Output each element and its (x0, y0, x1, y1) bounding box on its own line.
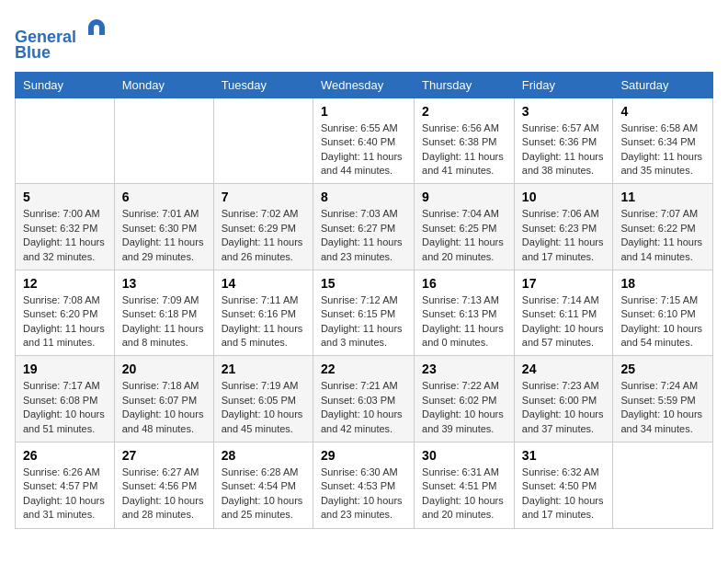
day-info: Sunrise: 7:22 AM Sunset: 6:02 PM Dayligh… (422, 379, 506, 436)
day-info: Sunrise: 6:32 AM Sunset: 4:50 PM Dayligh… (522, 465, 606, 523)
calendar-cell: 18Sunrise: 7:15 AM Sunset: 6:10 PM Dayli… (613, 270, 713, 356)
calendar-cell: 5Sunrise: 7:00 AM Sunset: 6:32 PM Daylig… (16, 184, 115, 270)
calendar-cell: 23Sunrise: 7:22 AM Sunset: 6:02 PM Dayli… (415, 356, 515, 442)
day-number: 10 (522, 190, 606, 204)
day-info: Sunrise: 7:18 AM Sunset: 6:07 PM Dayligh… (122, 379, 206, 436)
day-number: 16 (422, 276, 506, 291)
day-info: Sunrise: 6:31 AM Sunset: 4:51 PM Dayligh… (422, 465, 506, 523)
calendar-cell: 12Sunrise: 7:08 AM Sunset: 6:20 PM Dayli… (16, 270, 115, 356)
logo-icon (83, 15, 110, 42)
day-info: Sunrise: 7:00 AM Sunset: 6:32 PM Dayligh… (23, 207, 107, 264)
calendar-cell: 15Sunrise: 7:12 AM Sunset: 6:15 PM Dayli… (313, 270, 414, 356)
col-header-sunday: Sunday (16, 72, 115, 98)
day-number: 13 (122, 276, 206, 291)
day-info: Sunrise: 7:08 AM Sunset: 6:20 PM Dayligh… (23, 293, 107, 350)
calendar-cell: 16Sunrise: 7:13 AM Sunset: 6:13 PM Dayli… (415, 270, 515, 356)
calendar-cell: 25Sunrise: 7:24 AM Sunset: 5:59 PM Dayli… (613, 356, 713, 442)
day-info: Sunrise: 7:15 AM Sunset: 6:10 PM Dayligh… (620, 293, 705, 350)
day-number: 25 (620, 362, 705, 376)
col-header-monday: Monday (114, 72, 213, 98)
calendar-cell (613, 442, 713, 529)
calendar-cell: 11Sunrise: 7:07 AM Sunset: 6:22 PM Dayli… (613, 184, 713, 270)
calendar-week-row: 5Sunrise: 7:00 AM Sunset: 6:32 PM Daylig… (16, 184, 713, 270)
calendar-cell: 14Sunrise: 7:11 AM Sunset: 6:16 PM Dayli… (213, 270, 313, 356)
calendar-cell: 22Sunrise: 7:21 AM Sunset: 6:03 PM Dayli… (313, 356, 414, 442)
day-info: Sunrise: 6:28 AM Sunset: 4:54 PM Dayligh… (222, 465, 305, 523)
day-number: 31 (522, 448, 606, 463)
day-number: 23 (422, 362, 506, 376)
calendar-cell: 10Sunrise: 7:06 AM Sunset: 6:23 PM Dayli… (514, 184, 613, 270)
calendar-cell: 4Sunrise: 6:58 AM Sunset: 6:34 PM Daylig… (613, 98, 713, 184)
calendar-cell: 30Sunrise: 6:31 AM Sunset: 4:51 PM Dayli… (415, 442, 515, 529)
day-info: Sunrise: 6:55 AM Sunset: 6:40 PM Dayligh… (321, 121, 406, 178)
day-info: Sunrise: 7:12 AM Sunset: 6:15 PM Dayligh… (321, 293, 406, 350)
logo-text: General (15, 15, 110, 47)
calendar-cell: 2Sunrise: 6:56 AM Sunset: 6:38 PM Daylig… (415, 98, 515, 184)
day-number: 30 (422, 448, 506, 463)
day-info: Sunrise: 7:01 AM Sunset: 6:30 PM Dayligh… (122, 207, 206, 264)
day-number: 3 (522, 104, 606, 119)
day-number: 17 (522, 276, 606, 291)
calendar-cell: 7Sunrise: 7:02 AM Sunset: 6:29 PM Daylig… (213, 184, 313, 270)
day-number: 20 (122, 362, 206, 376)
day-number: 19 (23, 362, 107, 376)
calendar-cell (213, 98, 313, 184)
day-info: Sunrise: 7:07 AM Sunset: 6:22 PM Dayligh… (620, 207, 705, 264)
calendar-header-row: SundayMondayTuesdayWednesdayThursdayFrid… (16, 72, 713, 98)
day-info: Sunrise: 6:26 AM Sunset: 4:57 PM Dayligh… (23, 465, 107, 523)
day-info: Sunrise: 7:11 AM Sunset: 6:16 PM Dayligh… (222, 293, 305, 350)
calendar-week-row: 12Sunrise: 7:08 AM Sunset: 6:20 PM Dayli… (16, 270, 713, 356)
col-header-thursday: Thursday (415, 72, 515, 98)
calendar-cell: 20Sunrise: 7:18 AM Sunset: 6:07 PM Dayli… (114, 356, 213, 442)
day-info: Sunrise: 6:27 AM Sunset: 4:56 PM Dayligh… (122, 465, 206, 523)
calendar-cell (114, 98, 213, 184)
calendar-cell: 6Sunrise: 7:01 AM Sunset: 6:30 PM Daylig… (114, 184, 213, 270)
day-info: Sunrise: 7:06 AM Sunset: 6:23 PM Dayligh… (522, 207, 606, 264)
calendar-cell: 13Sunrise: 7:09 AM Sunset: 6:18 PM Dayli… (114, 270, 213, 356)
day-number: 24 (522, 362, 606, 376)
day-number: 29 (321, 448, 406, 463)
col-header-saturday: Saturday (613, 72, 713, 98)
day-number: 28 (222, 448, 305, 463)
day-info: Sunrise: 7:09 AM Sunset: 6:18 PM Dayligh… (122, 293, 206, 350)
day-info: Sunrise: 6:58 AM Sunset: 6:34 PM Dayligh… (620, 121, 705, 178)
col-header-tuesday: Tuesday (213, 72, 313, 98)
day-info: Sunrise: 7:24 AM Sunset: 5:59 PM Dayligh… (620, 379, 705, 436)
calendar-week-row: 19Sunrise: 7:17 AM Sunset: 6:08 PM Dayli… (16, 356, 713, 442)
calendar-cell: 24Sunrise: 7:23 AM Sunset: 6:00 PM Dayli… (514, 356, 613, 442)
day-info: Sunrise: 6:57 AM Sunset: 6:36 PM Dayligh… (522, 121, 606, 178)
calendar-cell: 21Sunrise: 7:19 AM Sunset: 6:05 PM Dayli… (213, 356, 313, 442)
day-number: 12 (23, 276, 107, 291)
logo: General Blue (15, 15, 110, 63)
day-number: 26 (23, 448, 107, 463)
day-number: 6 (122, 190, 206, 204)
day-info: Sunrise: 7:14 AM Sunset: 6:11 PM Dayligh… (522, 293, 606, 350)
calendar-cell: 17Sunrise: 7:14 AM Sunset: 6:11 PM Dayli… (514, 270, 613, 356)
day-number: 21 (222, 362, 305, 376)
day-info: Sunrise: 7:02 AM Sunset: 6:29 PM Dayligh… (222, 207, 305, 264)
calendar-week-row: 1Sunrise: 6:55 AM Sunset: 6:40 PM Daylig… (16, 98, 713, 184)
calendar-cell: 9Sunrise: 7:04 AM Sunset: 6:25 PM Daylig… (415, 184, 515, 270)
day-number: 11 (620, 190, 705, 204)
day-number: 4 (620, 104, 705, 119)
day-info: Sunrise: 7:03 AM Sunset: 6:27 PM Dayligh… (321, 207, 406, 264)
day-number: 27 (122, 448, 206, 463)
calendar-cell: 31Sunrise: 6:32 AM Sunset: 4:50 PM Dayli… (514, 442, 613, 529)
day-info: Sunrise: 7:13 AM Sunset: 6:13 PM Dayligh… (422, 293, 506, 350)
day-number: 22 (321, 362, 406, 376)
calendar-cell: 29Sunrise: 6:30 AM Sunset: 4:53 PM Dayli… (313, 442, 414, 529)
day-number: 5 (23, 190, 107, 204)
day-info: Sunrise: 7:19 AM Sunset: 6:05 PM Dayligh… (222, 379, 305, 436)
calendar-cell: 28Sunrise: 6:28 AM Sunset: 4:54 PM Dayli… (213, 442, 313, 529)
day-number: 9 (422, 190, 506, 204)
calendar-cell: 26Sunrise: 6:26 AM Sunset: 4:57 PM Dayli… (16, 442, 115, 529)
day-info: Sunrise: 6:30 AM Sunset: 4:53 PM Dayligh… (321, 465, 406, 523)
day-number: 8 (321, 190, 406, 204)
calendar-cell: 8Sunrise: 7:03 AM Sunset: 6:27 PM Daylig… (313, 184, 414, 270)
calendar-cell: 27Sunrise: 6:27 AM Sunset: 4:56 PM Dayli… (114, 442, 213, 529)
col-header-friday: Friday (514, 72, 613, 98)
day-info: Sunrise: 7:23 AM Sunset: 6:00 PM Dayligh… (522, 379, 606, 436)
day-number: 2 (422, 104, 506, 119)
calendar: SundayMondayTuesdayWednesdayThursdayFrid… (15, 72, 713, 529)
day-info: Sunrise: 6:56 AM Sunset: 6:38 PM Dayligh… (422, 121, 506, 178)
